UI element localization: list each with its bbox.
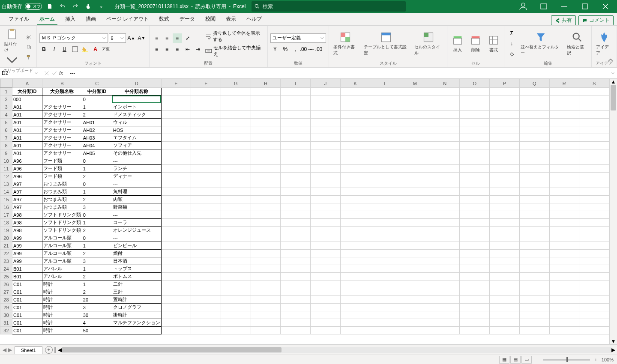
- cell[interactable]: [549, 219, 579, 227]
- row-header[interactable]: 16: [0, 203, 12, 211]
- cell[interactable]: [579, 211, 609, 219]
- cell[interactable]: [191, 304, 221, 311]
- zoom-slider[interactable]: [543, 359, 590, 361]
- cell[interactable]: [400, 196, 430, 203]
- cell[interactable]: [340, 227, 370, 234]
- cell[interactable]: [460, 242, 490, 250]
- cell[interactable]: [579, 242, 609, 250]
- col-header[interactable]: K: [340, 79, 370, 88]
- tab-view[interactable]: 表示: [221, 13, 241, 25]
- cell[interactable]: [370, 188, 400, 196]
- cell[interactable]: 大分類名称: [42, 88, 82, 95]
- cell[interactable]: [161, 180, 191, 188]
- paste-button[interactable]: 貼り付け: [3, 27, 22, 67]
- cell[interactable]: アルコール類: [42, 257, 82, 265]
- cell[interactable]: [221, 211, 251, 219]
- cell[interactable]: [490, 273, 520, 280]
- cell[interactable]: [400, 288, 430, 296]
- cell[interactable]: [370, 111, 400, 119]
- cell[interactable]: [311, 319, 341, 327]
- cell[interactable]: [460, 173, 490, 180]
- account-icon[interactable]: [513, 0, 533, 13]
- cell[interactable]: [370, 327, 400, 334]
- cell[interactable]: [519, 119, 549, 126]
- tab-pagelayout[interactable]: ページ レイアウト: [101, 13, 154, 25]
- sheet-nav-prev-icon[interactable]: ◀: [3, 347, 6, 353]
- tab-home[interactable]: ホーム: [34, 13, 60, 25]
- cell[interactable]: [579, 142, 609, 149]
- cell[interactable]: [370, 157, 400, 165]
- cell[interactable]: アクセサリー: [42, 103, 82, 111]
- ideas-button[interactable]: アイデア: [594, 30, 614, 57]
- cell[interactable]: A97: [12, 196, 42, 203]
- cell[interactable]: C01: [12, 288, 42, 296]
- cell[interactable]: [370, 242, 400, 250]
- cell[interactable]: [490, 180, 520, 188]
- cell[interactable]: [191, 111, 221, 119]
- cell[interactable]: [311, 142, 341, 149]
- cell[interactable]: [370, 196, 400, 203]
- cell[interactable]: [251, 257, 281, 265]
- col-header[interactable]: P: [490, 79, 520, 88]
- cell[interactable]: 0: [82, 157, 112, 165]
- row-header[interactable]: 7: [0, 134, 12, 142]
- cell[interactable]: [161, 257, 191, 265]
- col-header[interactable]: B: [42, 79, 82, 88]
- cell[interactable]: [400, 119, 430, 126]
- cell[interactable]: [460, 288, 490, 296]
- cell[interactable]: [400, 95, 430, 103]
- row-header[interactable]: 12: [0, 173, 12, 180]
- cell[interactable]: [549, 296, 579, 304]
- col-header[interactable]: I: [281, 79, 311, 88]
- cell[interactable]: [460, 211, 490, 219]
- cell[interactable]: [579, 327, 609, 334]
- expand-formula-bar-icon[interactable]: [608, 72, 617, 75]
- cell[interactable]: [161, 165, 191, 173]
- cell[interactable]: [430, 188, 460, 196]
- cell[interactable]: [519, 242, 549, 250]
- cell[interactable]: [221, 180, 251, 188]
- cell[interactable]: [191, 288, 221, 296]
- cell[interactable]: [221, 280, 251, 288]
- hscroll-right-icon[interactable]: ▶: [611, 347, 615, 353]
- cell[interactable]: ボトムス: [112, 273, 161, 280]
- autosave-toggle[interactable]: オフ: [25, 3, 42, 10]
- row-header[interactable]: 3: [0, 103, 12, 111]
- cell[interactable]: [490, 280, 520, 288]
- comma-icon[interactable]: ,: [291, 45, 300, 54]
- cell[interactable]: [370, 142, 400, 149]
- cell[interactable]: [251, 203, 281, 211]
- cell[interactable]: [370, 296, 400, 304]
- vertical-scrollbar[interactable]: ▲ ▼: [609, 79, 617, 344]
- cell[interactable]: [430, 327, 460, 334]
- sheet-tab[interactable]: Sheet1: [15, 346, 42, 354]
- cell[interactable]: [161, 234, 191, 242]
- cell[interactable]: [400, 265, 430, 273]
- cell[interactable]: [311, 296, 341, 304]
- align-bottom-icon[interactable]: ≡: [173, 33, 182, 43]
- cell[interactable]: [251, 211, 281, 219]
- row-header[interactable]: 25: [0, 273, 12, 280]
- cell[interactable]: [400, 280, 430, 288]
- cell[interactable]: [549, 304, 579, 311]
- cell[interactable]: [311, 242, 341, 250]
- cell[interactable]: [161, 196, 191, 203]
- cell[interactable]: [460, 126, 490, 134]
- cell[interactable]: [490, 257, 520, 265]
- cell[interactable]: ソフトドリンク類: [42, 211, 82, 219]
- cell[interactable]: A99: [12, 242, 42, 250]
- cell[interactable]: [191, 188, 221, 196]
- redo-icon[interactable]: [70, 1, 81, 12]
- cell[interactable]: [281, 327, 311, 334]
- phonetic-icon[interactable]: ア亜: [101, 45, 111, 54]
- cell[interactable]: 3: [82, 203, 112, 211]
- format-painter-icon[interactable]: [24, 53, 34, 62]
- cell[interactable]: [311, 327, 341, 334]
- cell[interactable]: [191, 165, 221, 173]
- cell[interactable]: 時計: [42, 327, 82, 334]
- cell[interactable]: C01: [12, 280, 42, 288]
- cell[interactable]: [400, 203, 430, 211]
- cell[interactable]: [340, 288, 370, 296]
- cell[interactable]: [490, 211, 520, 219]
- percent-icon[interactable]: %: [281, 45, 290, 54]
